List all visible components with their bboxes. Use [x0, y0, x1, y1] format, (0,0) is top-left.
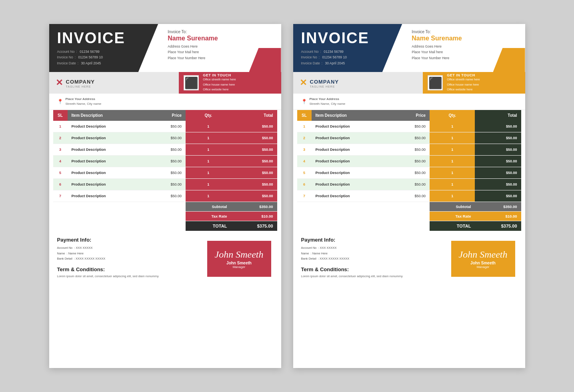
get-in-touch-info: GET IN TOUCH Office streeth name here Of…	[447, 73, 480, 92]
invoice-header-left: INVOICE Account No: 01234 56789 Invoice …	[49, 24, 160, 72]
office-address3: Office website here	[203, 87, 236, 92]
cell-desc: Product Description	[312, 167, 393, 179]
th-price: Price	[393, 110, 430, 121]
invoice-header-left: INVOICE Account No: 01234 56789 Invoice …	[293, 24, 404, 72]
invoice-table: SL Item Description Price Qty. Total 1 P…	[297, 110, 521, 231]
payment-title: Payment Info:	[57, 237, 201, 243]
signature-role: Manager	[233, 265, 246, 269]
total-row: TOTAL $375.00	[297, 221, 521, 231]
invoice-header-right: Invoice To: Name Surename Address Goes H…	[156, 24, 281, 65]
invoice-date-value: 30 April 2045	[81, 61, 101, 65]
cell-sl: 1	[297, 121, 312, 132]
table-row: 2 Product Description $50.00 1 $50.00	[53, 132, 277, 144]
cell-sl: 4	[297, 156, 312, 167]
cell-price: $50.00	[149, 156, 186, 167]
qr-code: ⬛	[184, 75, 199, 90]
company-logo: ✕ COMPANY TAGLINE HERE	[49, 78, 101, 88]
subtotal-row: Subtotal $350.00	[53, 202, 277, 212]
get-in-touch-info: GET IN TOUCH Office streeth name here Of…	[203, 73, 236, 92]
th-description: Item Description	[68, 110, 149, 121]
th-sl: SL	[297, 110, 312, 121]
table-header-row: SL Item Description Price Qty. Total	[297, 110, 521, 121]
account-no-label: Account No	[57, 50, 75, 54]
invoice-date-label: Invoice Date	[57, 61, 76, 65]
name-value: Name Here	[68, 252, 84, 255]
total-label: TOTAL	[186, 221, 231, 231]
table-row: 4 Product Description $50.00 1 $50.00	[297, 156, 521, 167]
account-no-value: 01234 56789	[324, 50, 344, 54]
cell-sl: 5	[297, 167, 312, 179]
taxrate-empty	[297, 212, 430, 221]
taxrate-value: $10.00	[475, 212, 521, 221]
table-row: 7 Product Description $50.00 1 $50.00	[53, 190, 277, 202]
invoice-no-value: 01234 56789 10	[322, 55, 346, 59]
account-label: Account No	[57, 246, 73, 250]
total-value: $375.00	[231, 221, 277, 231]
th-qty: Qty.	[430, 110, 475, 121]
cell-desc: Product Description	[68, 144, 149, 156]
table-row: 5 Product Description $50.00 1 $50.00	[297, 167, 521, 179]
invoice-table-wrapper: SL Item Description Price Qty. Total 1 P…	[49, 110, 281, 231]
cell-total: $50.00	[231, 167, 277, 179]
signature-script: John Smeeth	[215, 249, 264, 260]
cell-total: $50.00	[475, 121, 521, 132]
table-header-row: SL Item Description Price Qty. Total	[53, 110, 277, 121]
cell-qty: 1	[430, 156, 475, 167]
invoice-header: INVOICE Account No: 01234 56789 Invoice …	[293, 24, 525, 72]
cell-total: $50.00	[231, 156, 277, 167]
payment-details: Account No: XXX XXXXX Name: Name Here Ba…	[301, 245, 445, 262]
table-row: 7 Product Description $50.00 1 $50.00	[297, 190, 521, 202]
cell-qty: 1	[430, 132, 475, 144]
th-qty: Qty.	[186, 110, 231, 121]
total-value: $375.00	[475, 221, 521, 231]
th-sl: SL	[53, 110, 68, 121]
total-label: TOTAL	[430, 221, 475, 231]
company-contact: ⬛ GET IN TOUCH Office streeth name here …	[423, 72, 525, 94]
qr-code: ⬛	[428, 75, 443, 90]
table-row: 5 Product Description $50.00 1 $50.00	[53, 167, 277, 179]
invoice-date-label: Invoice Date	[301, 61, 320, 65]
invoice-meta: Account No: 01234 56789 Invoice No: 0123…	[57, 49, 155, 66]
invoice-title: INVOICE	[57, 30, 155, 46]
name-label: Name	[301, 252, 309, 255]
invoice-no-label: Invoice No	[57, 55, 73, 59]
invoice-title: INVOICE	[301, 30, 399, 46]
subtotal-label: Subtotal	[186, 202, 231, 212]
cell-desc: Product Description	[312, 156, 393, 167]
cell-total: $50.00	[475, 179, 521, 190]
office-address2: Office house name here	[447, 82, 480, 88]
cell-sl: 1	[53, 121, 68, 132]
subtotal-value: $350.00	[475, 202, 521, 212]
company-address: Place Your Address Streeth Name, City na…	[66, 97, 102, 106]
company-tagline: TAGLINE HERE	[310, 85, 339, 88]
street-city: Streeth Name, City name	[310, 102, 346, 106]
footer-left: Payment Info: Account No: XXX XXXXX Name…	[301, 237, 445, 279]
company-bar: ✕ COMPANY TAGLINE HERE ⬛ GET IN TOUCH Of…	[293, 72, 525, 94]
invoice-footer: Payment Info: Account No: XXX XXXXX Name…	[49, 231, 281, 287]
page-wrapper: INVOICE Account No: 01234 56789 Invoice …	[49, 24, 525, 368]
pin-icon: 📍	[57, 99, 63, 104]
cell-sl: 3	[297, 144, 312, 156]
signature-block: John Smeeth John Smeeth Manager	[451, 241, 515, 277]
terms-text: Lorem ipsum dolor sit amet, consectetuer…	[301, 274, 445, 279]
invoice-table-wrapper: SL Item Description Price Qty. Total 1 P…	[293, 110, 525, 231]
invoice-card-2: INVOICE Account No: 01234 56789 Invoice …	[293, 24, 525, 368]
cell-qty: 1	[430, 190, 475, 202]
cell-price: $50.00	[393, 179, 430, 190]
invoice-to-label: Invoice To:	[412, 30, 518, 34]
th-description: Item Description	[312, 110, 393, 121]
company-bar: ✕ COMPANY TAGLINE HERE ⬛ GET IN TOUCH Of…	[49, 72, 281, 94]
subtotal-empty	[297, 202, 430, 212]
cell-price: $50.00	[393, 144, 430, 156]
th-price: Price	[149, 110, 186, 121]
invoice-date-value: 30 April 2045	[325, 61, 345, 65]
cell-desc: Product Description	[68, 167, 149, 179]
taxrate-value: $10.00	[231, 212, 277, 221]
cell-price: $50.00	[149, 121, 186, 132]
bank-value: XXXX XXXXX XXXXX	[76, 257, 105, 260]
cell-total: $50.00	[475, 156, 521, 167]
company-contact: ⬛ GET IN TOUCH Office streeth name here …	[179, 72, 281, 94]
subtotal-value: $350.00	[231, 202, 277, 212]
table-row: 1 Product Description $50.00 1 $50.00	[53, 121, 277, 132]
name-value: Name Here	[312, 252, 328, 255]
